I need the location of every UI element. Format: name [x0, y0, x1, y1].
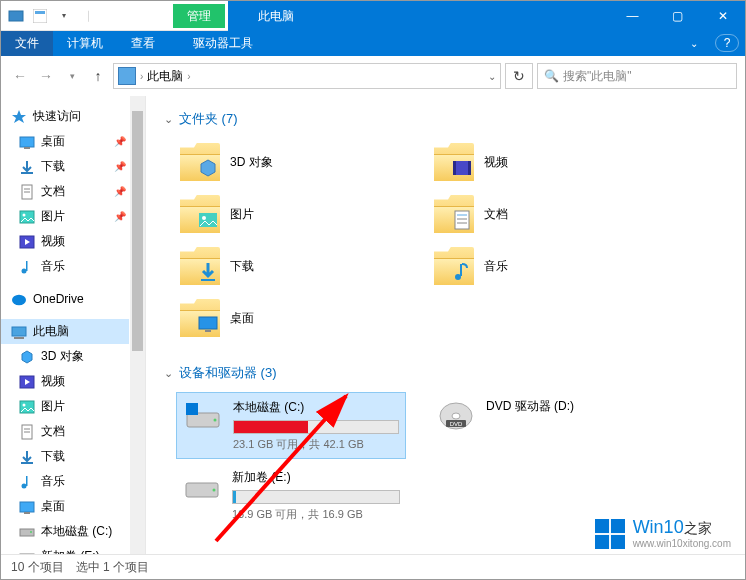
close-button[interactable]: ✕ [700, 1, 745, 31]
svg-rect-43 [460, 264, 462, 276]
desktop-overlay-icon [197, 313, 219, 335]
sidebar-item-documents[interactable]: 文档📌 [1, 179, 129, 204]
minimize-button[interactable]: — [610, 1, 655, 31]
sidebar-item-desktop[interactable]: 桌面 [1, 494, 129, 519]
music-icon [19, 474, 35, 490]
svg-rect-26 [20, 502, 34, 512]
svg-point-29 [30, 531, 32, 533]
drive-name: 新加卷 (E:) [232, 469, 400, 490]
maximize-button[interactable]: ▢ [655, 1, 700, 31]
group-drives-header[interactable]: ⌄ 设备和驱动器 (3) [164, 360, 727, 392]
music-icon [19, 259, 35, 275]
search-input[interactable]: 🔍 搜索"此电脑" [537, 63, 737, 89]
window-title: 此电脑 [228, 1, 314, 31]
sidebar-item-downloads[interactable]: 下载📌 [1, 154, 129, 179]
drive-item[interactable]: DVD DVD 驱动器 (D:) [430, 392, 660, 459]
tab-drive-tools[interactable]: 驱动器工具 [179, 31, 267, 56]
folder-item-desktop[interactable]: 桌面 [176, 294, 406, 342]
svg-rect-30 [20, 554, 34, 555]
sidebar-onedrive[interactable]: OneDrive [1, 287, 129, 311]
tab-computer[interactable]: 计算机 [53, 31, 117, 56]
qat-divider: ｜ [77, 5, 99, 27]
star-icon [11, 109, 27, 125]
sys-icon[interactable] [5, 5, 27, 27]
svg-rect-63 [611, 535, 625, 549]
folder-icon [180, 195, 220, 233]
video-overlay-icon [451, 157, 473, 179]
sidebar-item-videos[interactable]: 视频 [1, 229, 129, 254]
sidebar-item-desktop[interactable]: 桌面📌 [1, 129, 129, 154]
svg-point-12 [22, 268, 27, 273]
status-selection-count: 选中 1 个项目 [76, 559, 149, 576]
ribbon-expand-icon[interactable]: ⌄ [679, 31, 709, 56]
sidebar-item-pictures[interactable]: 图片 [1, 394, 129, 419]
folder-icon [434, 247, 474, 285]
group-folders-header[interactable]: ⌄ 文件夹 (7) [164, 106, 727, 138]
qat-properties-icon[interactable] [29, 5, 51, 27]
documents-icon [19, 424, 35, 440]
svg-rect-50 [193, 403, 199, 409]
pictures-icon [19, 399, 35, 415]
folder-item-music[interactable]: 音乐 [430, 242, 660, 290]
nav-history-dropdown[interactable]: ▾ [61, 65, 83, 87]
pin-icon: 📌 [114, 186, 129, 197]
nav-back-button[interactable]: ← [9, 65, 31, 87]
search-icon: 🔍 [544, 69, 559, 83]
sidebar-quick-access[interactable]: 快速访问 [1, 104, 129, 129]
svg-rect-0 [9, 11, 23, 21]
tab-view[interactable]: 查看 [117, 31, 169, 56]
pictures-icon [19, 209, 35, 225]
sidebar-item-pictures[interactable]: 图片📌 [1, 204, 129, 229]
address-dropdown-icon[interactable]: ⌄ [488, 71, 496, 82]
svg-rect-61 [611, 519, 625, 533]
videos-icon [19, 234, 35, 250]
svg-rect-52 [193, 410, 199, 416]
sidebar-item-music[interactable]: 音乐 [1, 469, 129, 494]
sidebar-item-downloads[interactable]: 下载 [1, 444, 129, 469]
picture-overlay-icon [197, 209, 219, 231]
svg-rect-3 [20, 137, 34, 147]
folder-label: 图片 [230, 206, 254, 223]
svg-point-36 [202, 216, 206, 220]
sidebar-item-documents[interactable]: 文档 [1, 419, 129, 444]
sidebar-this-pc[interactable]: 此电脑 [1, 319, 129, 344]
sidebar-item-music[interactable]: 音乐 [1, 254, 129, 279]
svg-rect-62 [595, 535, 609, 549]
drive-item[interactable]: 本地磁盘 (C:) 23.1 GB 可用，共 42.1 GB [176, 392, 406, 459]
this-pc-icon [118, 67, 136, 85]
svg-rect-25 [26, 476, 28, 486]
navigation-pane: 快速访问桌面📌下载📌文档📌图片📌视频音乐OneDrive此电脑3D 对象视频图片… [1, 96, 146, 554]
pin-icon: 📌 [114, 161, 129, 172]
sidebar-item-drive[interactable]: 本地磁盘 (C:) [1, 519, 129, 544]
ribbon-context-tab[interactable]: 管理 [173, 4, 225, 28]
document-overlay-icon [451, 209, 473, 231]
folder-item-download[interactable]: 下载 [176, 242, 406, 290]
folder-item-picture[interactable]: 图片 [176, 190, 406, 238]
svg-rect-27 [24, 512, 30, 514]
chevron-down-icon: ⌄ [164, 113, 173, 126]
tab-file[interactable]: 文件 [1, 31, 53, 56]
sidebar-item-videos[interactable]: 视频 [1, 369, 129, 394]
nav-forward-button[interactable]: → [35, 65, 57, 87]
sidebar-scrollbar[interactable] [130, 96, 145, 554]
breadcrumb-root[interactable]: 此电脑 [143, 68, 187, 85]
svg-rect-45 [205, 330, 211, 332]
folder-item-document[interactable]: 文档 [430, 190, 660, 238]
svg-rect-51 [186, 410, 192, 416]
svg-rect-33 [453, 161, 456, 175]
folder-label: 桌面 [230, 310, 254, 327]
folder-item-3d[interactable]: 3D 对象 [176, 138, 406, 186]
folder-label: 3D 对象 [230, 154, 273, 171]
sidebar-item-3d[interactable]: 3D 对象 [1, 344, 129, 369]
folder-icon [434, 143, 474, 181]
help-icon[interactable]: ? [715, 34, 739, 52]
folder-item-video[interactable]: 视频 [430, 138, 660, 186]
qat-dropdown-icon[interactable]: ▾ [53, 5, 75, 27]
refresh-button[interactable]: ↻ [505, 63, 533, 89]
drive-item[interactable]: 新加卷 (E:) 16.9 GB 可用，共 16.9 GB [176, 463, 406, 528]
hdd-win-icon [183, 399, 223, 433]
nav-up-button[interactable]: ↑ [87, 65, 109, 87]
windows-logo-icon [595, 519, 625, 549]
address-input[interactable]: › 此电脑 › ⌄ [113, 63, 501, 89]
sidebar-item-drive[interactable]: 新加卷 (E:) [1, 544, 129, 554]
